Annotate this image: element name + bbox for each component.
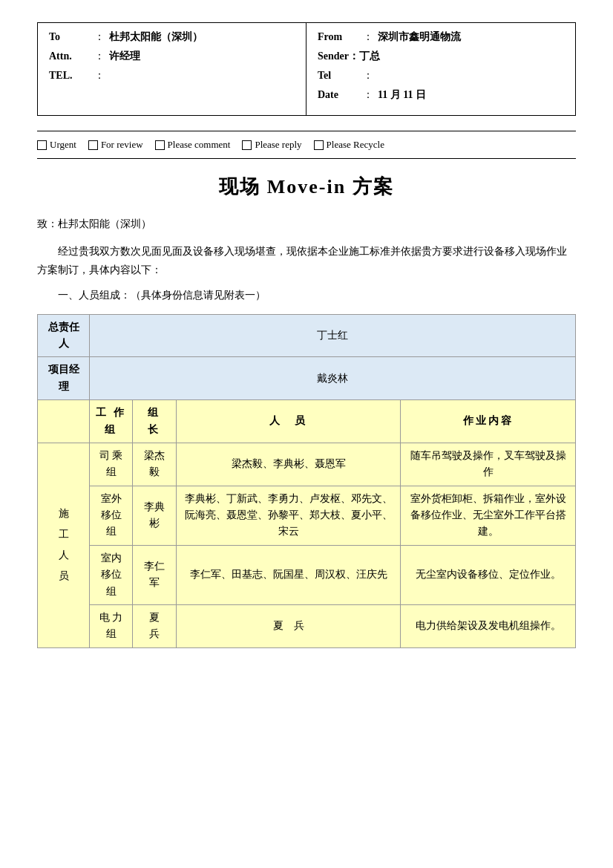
from-colon: ：	[363, 30, 373, 44]
members-indoor: 李仁军、田基志、阮国星、周汉权、汪庆先	[176, 545, 401, 604]
work-header: 作业内容	[401, 400, 576, 443]
leader-outdoor: 李典彬	[133, 486, 177, 545]
please-recycle-box[interactable]	[314, 140, 324, 150]
work-indoor: 无尘室内设备移位、定位作业。	[401, 545, 576, 604]
group-sijuzu: 司 乘 组	[90, 443, 133, 486]
sender-label: Sender：	[318, 50, 359, 63]
attn-colon: ：	[94, 50, 105, 63]
project-manager-row: 项目经理 戴炎林	[38, 357, 576, 400]
col-header-row: 工 作 组 组 长 人 员 作业内容	[38, 400, 576, 443]
fax-tel-row: TEL. ：	[49, 69, 295, 82]
fax-date-row: Date ： 11 月 11 日	[318, 88, 564, 102]
checkbox-row: Urgent For review Please comment Please …	[37, 131, 576, 159]
construction-label: 施工人员	[38, 443, 90, 647]
workgroup-header: 工 作 组	[90, 400, 133, 443]
members-outdoor: 李典彬、丁新武、李勇力、卢发枢、邓先文、阮海亮、聂恩堂、孙黎平、郑大枝、夏小平、…	[176, 486, 401, 545]
total-manager-row: 总责任人 丁士红	[38, 314, 576, 357]
to-colon: ：	[94, 30, 105, 44]
project-manager-label: 项目经理	[38, 357, 90, 400]
checkbox-please-reply[interactable]: Please reply	[242, 139, 301, 151]
checkbox-please-comment[interactable]: Please comment	[155, 139, 231, 151]
fax-left: To ： 杜邦太阳能（深圳） Attn. ： 许经理 TEL. ：	[38, 23, 306, 115]
urgent-label: Urgent	[50, 139, 76, 151]
tel-colon: ：	[94, 69, 105, 82]
attn-value: 许经理	[109, 50, 140, 63]
checkbox-urgent[interactable]: Urgent	[37, 139, 76, 151]
fax-right-tel-row: Tel ：	[318, 69, 564, 82]
for-review-box[interactable]	[88, 140, 98, 150]
members-electric: 夏 兵	[176, 605, 401, 648]
work-sijuzu: 随车吊驾驶及操作，叉车驾驶及操作	[401, 443, 576, 486]
fax-header: To ： 杜邦太阳能（深圳） Attn. ： 许经理 TEL. ： From ：…	[37, 22, 576, 116]
checkbox-please-recycle[interactable]: Please Recycle	[314, 139, 384, 151]
group-indoor: 室内移位组	[90, 545, 133, 604]
group-outdoor: 室外移位组	[90, 486, 133, 545]
please-reply-label: Please reply	[255, 139, 301, 151]
section1-title: 一、人员组成：（具体身份信息请见附表一）	[58, 289, 576, 302]
personnel-table: 总责任人 丁士红 项目经理 戴炎林 工 作 组 组 长 人 员 作业内容 施工人…	[37, 314, 576, 648]
please-comment-box[interactable]	[155, 140, 165, 150]
from-value: 深圳市鑫明通物流	[378, 30, 461, 44]
doc-para1: 经过贵我双方数次见面见面及设备移入现场堪查，现依据本企业施工标准并依据贵方要求进…	[37, 242, 576, 279]
table-row-outdoor: 室外移位组 李典彬 李典彬、丁新武、李勇力、卢发枢、邓先文、阮海亮、聂恩堂、孙黎…	[38, 486, 576, 545]
fax-attn-row: Attn. ： 许经理	[49, 50, 295, 63]
work-outdoor: 室外货柜卸柜、拆箱作业，室外设备移位作业、无尘室外工作平台搭建。	[401, 486, 576, 545]
date-label: Date	[318, 89, 358, 101]
project-manager-value: 戴炎林	[90, 357, 576, 400]
please-reply-box[interactable]	[242, 140, 252, 150]
leader-indoor: 李仁军	[133, 545, 177, 604]
please-recycle-label: Please Recycle	[327, 139, 384, 151]
doc-to-line: 致：杜邦太阳能（深圳）	[37, 215, 576, 233]
table-row-indoor: 室内移位组 李仁军 李仁军、田基志、阮国星、周汉权、汪庆先 无尘室内设备移位、定…	[38, 545, 576, 604]
fax-to-row: To ： 杜邦太阳能（深圳）	[49, 30, 295, 44]
date-value: 11 月 11 日	[378, 88, 426, 102]
fax-right: From ： 深圳市鑫明通物流 Sender： 丁总 Tel ： Date ： …	[306, 23, 575, 115]
total-manager-label: 总责任人	[38, 314, 90, 357]
table-row-electric: 电 力 组 夏 兵 夏 兵 电力供给架设及发电机组操作。	[38, 605, 576, 648]
construction-header	[38, 400, 90, 443]
date-colon: ：	[363, 88, 373, 102]
to-label: To	[49, 31, 90, 43]
attn-label: Attn.	[49, 50, 90, 62]
fax-from-row: From ： 深圳市鑫明通物流	[318, 30, 564, 44]
sender-value: 丁总	[359, 50, 380, 63]
work-electric: 电力供给架设及发电机组操作。	[401, 605, 576, 648]
tel-label: TEL.	[49, 70, 90, 82]
para1-text: 经过贵我双方数次见面见面及设备移入现场堪查，现依据本企业施工标准并依据贵方要求进…	[37, 246, 567, 275]
members-header: 人 员	[176, 400, 401, 443]
right-tel-label: Tel	[318, 70, 358, 82]
right-tel-colon: ：	[363, 69, 373, 82]
leader-electric: 夏 兵	[133, 605, 177, 648]
urgent-box[interactable]	[37, 140, 47, 150]
total-manager-value: 丁士红	[90, 314, 576, 357]
for-review-label: For review	[101, 139, 143, 151]
doc-title: 现场 Move-in 方案	[37, 174, 576, 200]
to-value: 杜邦太阳能（深圳）	[109, 30, 203, 44]
leader-sijuzu: 梁杰毅	[133, 443, 177, 486]
leader-header: 组 长	[133, 400, 177, 443]
checkbox-for-review[interactable]: For review	[88, 139, 143, 151]
fax-sender-row: Sender： 丁总	[318, 50, 564, 63]
from-label: From	[318, 31, 358, 43]
group-electric: 电 力 组	[90, 605, 133, 648]
please-comment-label: Please comment	[168, 139, 231, 151]
members-sijuzu: 梁杰毅、李典彬、聂恩军	[176, 443, 401, 486]
table-row-sijuzu: 施工人员 司 乘 组 梁杰毅 梁杰毅、李典彬、聂恩军 随车吊驾驶及操作，叉车驾驶…	[38, 443, 576, 486]
